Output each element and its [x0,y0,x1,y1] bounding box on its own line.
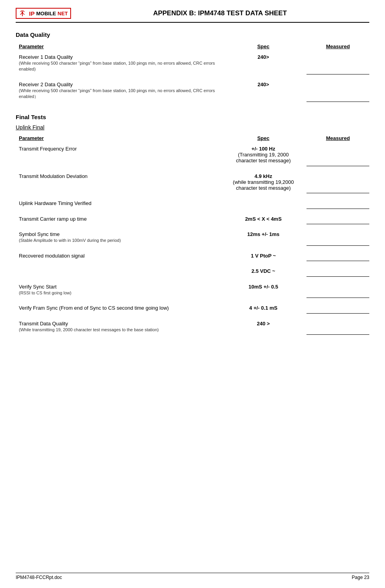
measured-cell [307,318,369,335]
param-main: Transmit Carrier ramp up time [19,216,87,222]
param-cell: Receiver 1 Data Quality(While receiving … [16,52,220,74]
spec-cell: 240> [220,79,307,102]
measured-cell [307,143,369,166]
logo-box: IP MOBILENET [16,8,71,19]
spec-cell: 1 V PtoP ~ [220,250,307,261]
col-spec-header: Spec [220,42,307,52]
section1-title: Data Quality [16,31,369,38]
spec-cell: 240 > [220,318,307,335]
table-row: Receiver 1 Data Quality(While receiving … [16,52,369,74]
table-row: Receiver 2 Data Quality(While receiving … [16,79,369,102]
table-row: Verify Sync Start(RSSI to CS first going… [16,281,369,298]
param-main: Receiver 1 Data Quality [19,54,73,60]
measured-cell [307,229,369,245]
param-sub: (While receiving 500 character “pings” f… [19,61,215,71]
table-row: Uplink Hardware Timing Verified [16,198,369,209]
param-main: Symbol Sync time [19,231,60,237]
row-spacer [16,276,369,281]
param-cell: Uplink Hardware Timing Verified [16,198,220,209]
row-spacer [16,224,369,229]
spec-cell: +/- 100 Hz(Transmitting 19, 2000characte… [220,143,307,166]
logo-net: NET [58,11,68,16]
measured-cell [307,171,369,193]
param-cell: Receiver 2 Data Quality(While receiving … [16,79,220,102]
param-main: Uplink Hardware Timing Verified [19,200,91,206]
logo-ip: IP [29,10,35,17]
param-cell: Recovered modulation signal [16,250,220,261]
param-main: Recovered modulation signal [19,253,85,259]
param-cell [16,266,220,276]
page-footer: IPM4748-FCCRpt.doc Page 23 [16,573,369,580]
spec-cell: 2mS < X < 4mS [220,214,307,224]
spec-cell: 4 +/- 0.1 mS [220,303,307,313]
col-measured-header2: Measured [307,134,369,143]
footer-right: Page 23 [352,575,369,580]
measured-cell [307,79,369,102]
row-spacer [16,74,369,79]
measured-cell [307,214,369,224]
spec-cell: 12ms +/- 1ms [220,229,307,245]
table-row: Transmit Data Quality(While transmitting… [16,318,369,335]
param-sub: (Stable Amplitude to with in 100mV durin… [19,238,121,243]
param-sub: (While receiving 500 character “pings” f… [19,88,215,99]
param-sub: (While transmitting 19, 2000 character t… [19,327,159,332]
row-spacer [16,261,369,266]
table-row: Verify Fram Sync (From end of Sync to CS… [16,303,369,313]
param-cell: Transmit Data Quality(While transmitting… [16,318,220,335]
row-spacer [16,193,369,198]
col-measured-header: Measured [307,42,369,52]
page-wrapper: IP MOBILENET APPENDIX B: IPM4748 TEST DA… [0,0,385,355]
row-spacer [16,298,369,303]
logo-area: IP MOBILENET [16,8,71,19]
row-spacer [16,166,369,171]
measured-cell [307,281,369,298]
param-cell: Transmit Frequency Error [16,143,220,166]
param-sub: (RSSI to CS first going low) [19,290,71,295]
table-row: Transmit Frequency Error+/- 100 Hz(Trans… [16,143,369,166]
table-row: Transmit Modulation Deviation4.9 kHz(whi… [16,171,369,193]
measured-cell [307,303,369,313]
table-row: Symbol Sync time(Stable Amplitude to wit… [16,229,369,245]
spec-cell [220,198,307,209]
logo-mobile: MOBILE [36,11,56,16]
col-param-header2: Parameter [16,134,220,143]
spec-cell: 4.9 kHz(while transmitting 19,2000charac… [220,171,307,193]
table-row: Recovered modulation signal1 V PtoP ~ [16,250,369,261]
svg-point-3 [22,12,23,13]
spec-cell: 240> [220,52,307,74]
section1-table: Parameter Spec Measured Receiver 1 Data … [16,42,369,102]
measured-cell [307,198,369,209]
param-cell: Verify Sync Start(RSSI to CS first going… [16,281,220,298]
section2-table: Parameter Spec Measured Transmit Frequen… [16,134,369,339]
param-main: Receiver 2 Data Quality [19,82,73,87]
section2-subsection: Uplink Final [16,124,369,131]
param-main: Verify Sync Start [19,284,57,290]
col-param-header: Parameter [16,42,220,52]
param-cell: Transmit Modulation Deviation [16,171,220,193]
param-main: Transmit Data Quality [19,321,68,327]
table-row: 2.5 VDC ~ [16,266,369,276]
page-header: IP MOBILENET APPENDIX B: IPM4748 TEST DA… [16,8,369,23]
footer-left: IPM4748-FCCRpt.doc [16,575,62,580]
param-main: Verify Fram Sync (From end of Sync to CS… [19,305,169,311]
col-spec-header2: Spec [220,134,307,143]
page-title: APPENDIX B: IPM4748 TEST DATA SHEET [71,9,369,17]
param-main: Transmit Frequency Error [19,146,77,152]
table-row: Transmit Carrier ramp up time2mS < X < 4… [16,214,369,224]
param-main: Transmit Modulation Deviation [19,173,88,179]
row-spacer [16,209,369,214]
row-spacer [16,245,369,250]
spec-cell: 2.5 VDC ~ [220,266,307,276]
antenna-icon [19,10,26,17]
measured-cell [307,250,369,261]
param-cell: Transmit Carrier ramp up time [16,214,220,224]
param-cell: Verify Fram Sync (From end of Sync to CS… [16,303,220,313]
param-cell: Symbol Sync time(Stable Amplitude to wit… [16,229,220,245]
row-spacer [16,313,369,318]
section2-title: Final Tests [16,114,369,120]
row-spacer [16,335,369,340]
measured-cell [307,266,369,276]
measured-cell [307,52,369,74]
spec-cell: 10mS +/- 0.5 [220,281,307,298]
